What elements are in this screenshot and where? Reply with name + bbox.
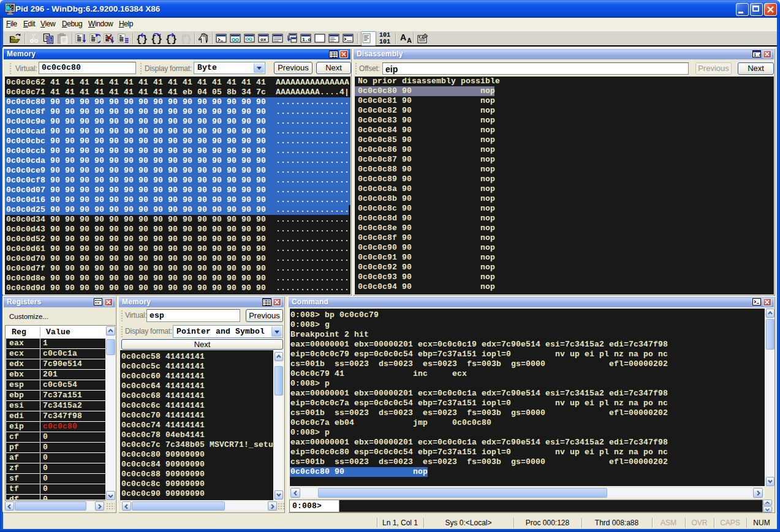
- svg-text:1.o: 1.o: [302, 37, 311, 42]
- svg-text:{}: {}: [151, 34, 162, 44]
- svg-text:ox: ox: [260, 37, 267, 42]
- svg-text:1.o: 1.o: [754, 53, 761, 58]
- svg-text:{}: {}: [165, 34, 176, 44]
